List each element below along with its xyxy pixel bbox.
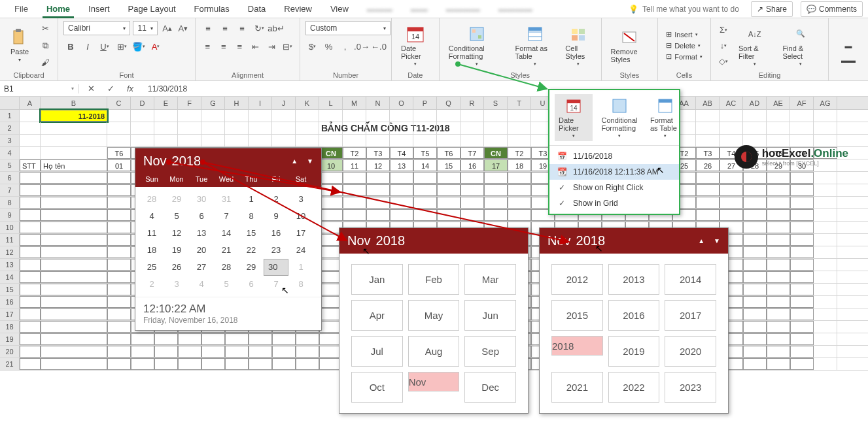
cell[interactable] xyxy=(249,358,272,370)
cell[interactable] xyxy=(107,222,131,233)
col-header-P[interactable]: P xyxy=(413,97,437,109)
month-cell[interactable]: Jun xyxy=(464,300,516,331)
cell[interactable] xyxy=(154,358,178,370)
calendar-day[interactable]: 3 xyxy=(164,276,189,293)
calendar-day[interactable]: 18 xyxy=(139,242,164,259)
row-header[interactable]: 17 xyxy=(0,308,20,320)
cell[interactable] xyxy=(814,259,837,271)
calendar-day[interactable]: 12 xyxy=(164,225,189,242)
align-top-button[interactable]: ≡ xyxy=(201,21,215,35)
tab-home[interactable]: Home xyxy=(37,0,79,18)
cell[interactable] xyxy=(743,321,767,333)
cell[interactable] xyxy=(814,209,837,221)
col-header-E[interactable]: E xyxy=(154,97,178,109)
cell[interactable]: STT xyxy=(20,159,41,171)
decrease-indent-button[interactable]: ⇤ xyxy=(249,39,263,54)
cell[interactable] xyxy=(343,197,366,208)
cell[interactable] xyxy=(272,346,296,357)
calendar-day[interactable]: 13 xyxy=(189,225,214,242)
cell[interactable] xyxy=(20,110,41,122)
cell[interactable] xyxy=(413,197,437,208)
col-header-N[interactable]: N xyxy=(366,97,390,109)
ctx-option-rightclick[interactable]: ✓Show on Right Click xyxy=(549,180,679,195)
year-cell[interactable]: 2022 xyxy=(608,372,660,403)
cell[interactable] xyxy=(41,197,107,208)
cell[interactable] xyxy=(131,110,154,122)
cell[interactable] xyxy=(20,197,41,208)
format-painter-button[interactable]: 🖌 xyxy=(38,56,52,70)
tab-data[interactable]: Data xyxy=(239,0,275,18)
col-header-A[interactable]: A xyxy=(20,97,41,109)
cell[interactable] xyxy=(107,197,131,208)
calendar-day[interactable]: 25 xyxy=(139,259,164,276)
dp-year[interactable]: 2018 xyxy=(172,154,201,169)
cell[interactable] xyxy=(41,333,107,345)
tab-formulas[interactable]: Formulas xyxy=(185,0,239,18)
increase-indent-button[interactable]: ⇥ xyxy=(265,39,279,54)
year-cell[interactable]: 2020 xyxy=(665,336,716,367)
cell[interactable]: BẢNG CHẤM CÔNG T11-2018 xyxy=(319,122,343,134)
cell[interactable] xyxy=(743,308,767,320)
col-header-B[interactable]: B xyxy=(41,97,107,109)
cell[interactable] xyxy=(437,197,460,208)
cell[interactable] xyxy=(107,321,131,333)
cell[interactable] xyxy=(767,209,790,221)
paste-button[interactable]: Paste▾ xyxy=(5,25,34,65)
cell[interactable] xyxy=(508,172,531,184)
cell[interactable] xyxy=(460,110,484,122)
cell[interactable]: CN xyxy=(484,147,508,159)
align-bottom-button[interactable]: ≡ xyxy=(235,21,249,35)
row-header[interactable]: 16 xyxy=(0,296,20,308)
font-size-select[interactable]: 11▾ xyxy=(133,21,158,35)
calendar-day[interactable]: 26 xyxy=(164,259,189,276)
cell[interactable] xyxy=(296,110,319,122)
cell[interactable] xyxy=(508,110,531,122)
cell[interactable] xyxy=(249,122,272,134)
cell[interactable] xyxy=(696,184,720,196)
cell[interactable] xyxy=(296,333,319,345)
row-header[interactable]: 5 xyxy=(0,159,20,171)
cell[interactable] xyxy=(720,122,743,134)
cell[interactable] xyxy=(460,172,484,184)
cell[interactable] xyxy=(814,246,837,258)
year-cell[interactable]: 2017 xyxy=(665,300,716,331)
col-header-AF[interactable]: AF xyxy=(790,97,814,109)
cell[interactable] xyxy=(696,209,720,221)
col-header-K[interactable]: K xyxy=(296,97,319,109)
cell[interactable] xyxy=(814,358,837,370)
find-select-button[interactable]: 🔍Find & Select▾ xyxy=(778,22,823,69)
cell[interactable]: T5 xyxy=(413,147,437,159)
cell[interactable] xyxy=(20,358,41,370)
calendar-day[interactable]: 8 xyxy=(239,208,264,225)
cell[interactable] xyxy=(107,271,131,283)
cell[interactable] xyxy=(20,271,41,283)
formula-input[interactable]: 11/30/2018 xyxy=(143,84,868,93)
col-header-O[interactable]: O xyxy=(390,97,413,109)
calendar-day[interactable]: 2 xyxy=(264,191,288,208)
year-cell[interactable]: 2021 xyxy=(551,372,603,403)
calendar-day[interactable]: 16 xyxy=(264,225,288,242)
cell[interactable] xyxy=(154,135,178,146)
cell[interactable] xyxy=(131,346,154,357)
cell[interactable] xyxy=(366,209,390,221)
calendar-day[interactable]: 28 xyxy=(139,191,164,208)
calendar-day[interactable]: 2 xyxy=(139,276,164,293)
calendar-day[interactable]: 28 xyxy=(214,259,239,276)
cell[interactable] xyxy=(20,321,41,333)
dp-prev-button[interactable]: ▲ xyxy=(291,158,298,165)
cell[interactable] xyxy=(20,346,41,357)
cell[interactable] xyxy=(107,308,131,320)
cell[interactable] xyxy=(484,172,508,184)
cell[interactable] xyxy=(743,246,767,258)
cell[interactable] xyxy=(249,135,272,146)
cell[interactable] xyxy=(790,346,814,357)
cell[interactable] xyxy=(319,197,343,208)
cell[interactable] xyxy=(154,122,178,134)
cell[interactable] xyxy=(767,197,790,208)
row-header[interactable]: 10 xyxy=(0,222,20,233)
cell[interactable] xyxy=(41,209,107,221)
cell[interactable] xyxy=(720,184,743,196)
cell[interactable]: T3 xyxy=(366,147,390,159)
cell[interactable] xyxy=(319,209,343,221)
cell[interactable] xyxy=(814,308,837,320)
